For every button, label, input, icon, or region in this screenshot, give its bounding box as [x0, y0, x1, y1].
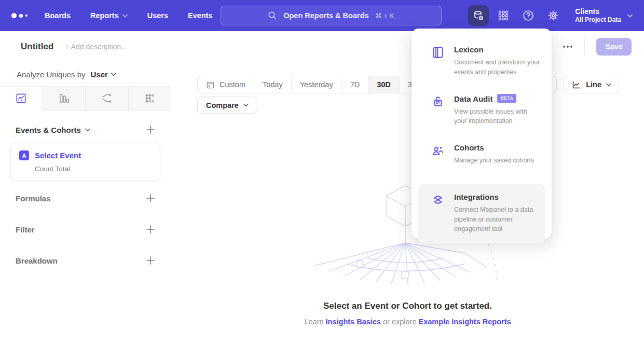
add-filter-button[interactable] [146, 225, 155, 234]
project-scope: All Project Data [575, 16, 621, 24]
filter-section: Filter [0, 225, 171, 234]
empty-state-subtext: Learn Insights Basics or explore Example… [171, 318, 644, 326]
cohorts-people-icon [431, 144, 445, 157]
analyze-row: Analyze Uniques by User [0, 62, 171, 86]
plus-icon [146, 256, 155, 265]
data-audit-lock-icon [431, 95, 445, 108]
top-navbar: Boards Reports Users Events Open Reports… [0, 0, 644, 31]
analyze-label: Analyze Uniques by [17, 70, 86, 79]
plus-icon [146, 225, 155, 234]
flows-icon [101, 92, 113, 104]
tab-retention-chart[interactable] [129, 87, 171, 110]
ellipsis-icon [563, 45, 573, 48]
line-chart-icon [571, 80, 581, 90]
insights-basics-link[interactable]: Insights Basics [326, 318, 381, 326]
analyze-entity-selector[interactable]: User [91, 70, 116, 79]
tab-flows-chart[interactable] [86, 87, 129, 110]
add-description-field[interactable]: + Add description... [65, 43, 127, 51]
integrations-sync-icon [431, 193, 445, 207]
nav-item-reports[interactable]: Reports [90, 11, 128, 20]
add-event-button[interactable] [146, 125, 155, 134]
date-range-30d[interactable]: 30D [368, 76, 400, 93]
data-management-menu: Lexicon Document and transform your even… [412, 29, 552, 239]
chart-type-dropdown[interactable]: Line [564, 76, 619, 93]
gear-icon [547, 9, 559, 22]
example-insights-reports-link[interactable]: Example Insights Reports [418, 318, 511, 326]
query-builder-sidebar: Analyze Uniques by User [0, 62, 171, 356]
report-title[interactable]: Untitled [21, 42, 53, 52]
report-canvas: Custom Today Yesterday 7D 30D 3M 6M [171, 62, 644, 356]
save-button[interactable]: Save [596, 38, 632, 56]
divider [584, 39, 585, 54]
bar-chart-icon [58, 92, 70, 104]
event-card[interactable]: A Select Event Count Total [10, 143, 160, 181]
help-button[interactable] [518, 5, 539, 26]
nav-item-events[interactable]: Events [188, 11, 213, 20]
date-range-7d[interactable]: 7D [342, 76, 369, 93]
calendar-icon [206, 80, 215, 89]
compare-button[interactable]: Compare [197, 97, 257, 114]
nav-item-users[interactable]: Users [147, 11, 168, 20]
select-event-label[interactable]: Select Event [35, 151, 81, 160]
date-range-yesterday[interactable]: Yesterday [292, 76, 342, 93]
add-breakdown-button[interactable] [146, 256, 155, 265]
breakdown-section: Breakdown [0, 256, 171, 265]
chevron-down-icon [243, 103, 249, 107]
search-shortcut: ⌘ + K [375, 12, 394, 20]
nav-item-boards[interactable]: Boards [45, 11, 71, 20]
menu-item-lexicon[interactable]: Lexicon Document and transform your even… [412, 45, 552, 77]
line-chart-icon [15, 92, 27, 104]
add-formula-button[interactable] [146, 194, 155, 203]
menu-item-cohorts[interactable]: Cohorts Manage your saved cohorts [412, 143, 552, 166]
plus-icon [146, 194, 155, 203]
chevron-down-icon [122, 14, 128, 18]
apps-grid-button[interactable] [493, 5, 514, 26]
events-cohorts-header: Events & Cohorts [0, 125, 171, 134]
search-placeholder: Open Reports & Boards [283, 11, 368, 20]
settings-button[interactable] [543, 5, 564, 26]
data-management-button[interactable] [468, 5, 489, 26]
chart-type-tabs [0, 86, 171, 111]
series-badge: A [19, 150, 29, 160]
empty-state-heading: Select an Event or Cohort to get started… [171, 301, 644, 311]
plus-icon [146, 125, 155, 134]
events-cohorts-toggle[interactable]: Events & Cohorts [16, 126, 90, 134]
lexicon-book-icon [431, 46, 445, 59]
help-icon [522, 9, 535, 22]
apps-grid-icon [498, 10, 509, 21]
menu-item-integrations[interactable]: Integrations Connect Mixpanel to a data … [418, 184, 545, 243]
database-gear-icon [472, 9, 485, 22]
date-range-today[interactable]: Today [254, 76, 292, 93]
beta-badge: BETA [497, 94, 516, 102]
more-options-button[interactable] [563, 45, 573, 48]
mixpanel-logo-icon[interactable] [11, 13, 35, 18]
tab-line-chart[interactable] [0, 87, 43, 110]
chevron-down-icon [111, 73, 116, 76]
menu-item-data-audit[interactable]: Data Audit BETA View possible issues wit… [412, 94, 552, 127]
formulas-section: Formulas [0, 194, 171, 203]
project-name: Clients [575, 7, 621, 16]
search-icon [268, 11, 277, 20]
chevron-down-icon [606, 83, 611, 87]
count-total-selector[interactable]: Count Total [35, 165, 152, 173]
chevron-down-icon [627, 14, 633, 18]
tab-bar-chart[interactable] [43, 87, 86, 110]
global-search-input[interactable]: Open Reports & Boards ⌘ + K [221, 6, 442, 25]
retention-icon [144, 92, 156, 104]
date-range-custom[interactable]: Custom [198, 76, 254, 93]
project-selector[interactable]: Clients All Project Data [575, 7, 633, 24]
chevron-down-icon [85, 128, 90, 132]
